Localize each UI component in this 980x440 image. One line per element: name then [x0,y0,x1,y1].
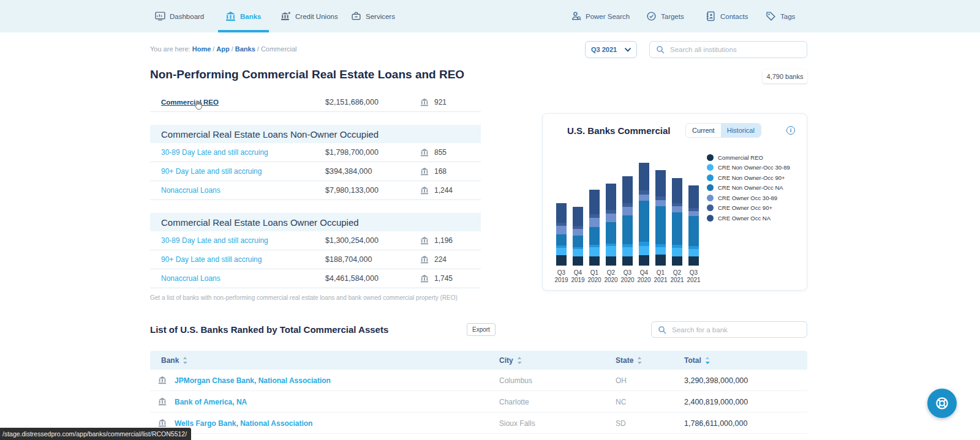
nav-item-credit-unions[interactable]: Credit Unions [281,0,338,32]
legend-item: CRE Non Owner-Occ 90+ [707,173,790,183]
bar-segment [589,218,600,227]
stacked-bar-q2-2020[interactable] [606,184,616,266]
metric-link[interactable]: 90+ Day Late and still accruing [161,167,262,176]
bar-segment [672,256,682,266]
bank-name-link[interactable]: JPMorgan Chase Bank, National Associatio… [175,370,331,391]
metric-amount: $394,384,000 [325,167,372,176]
bar-segment [556,203,567,223]
nav-item-dashboard[interactable]: Dashboard [155,0,204,32]
address-book-icon [706,11,716,21]
search-icon [656,45,665,54]
metric-amount: $1,300,254,000 [325,236,379,245]
metric-bank-count: 1,196 [420,236,453,245]
nav-item-label: Servicers [366,13,395,20]
legend-label: CRE Non Owner-Occ 30-89 [718,164,790,171]
nav-item-contacts[interactable]: Contacts [706,0,748,32]
stacked-bar-q4-2019[interactable] [573,207,583,266]
nav-item-banks[interactable]: Banks [225,0,262,32]
chevron-down-icon [625,48,631,52]
metric-link[interactable]: Nonaccrual Loans [161,186,221,195]
search-icon [658,326,666,334]
bank-state: OH [616,370,627,391]
metric-section-header: Commercial Real Estate Loans Owner Occup… [150,213,481,231]
bar-segment [688,211,699,216]
bank-icon [420,255,429,264]
legend-label: CRE Non Owner-Occ 90+ [718,174,785,181]
metrics-table: Commercial REO$2,151,686,000921Commercia… [150,93,481,288]
bar-segment [672,178,682,203]
stacked-bar-q4-2020[interactable] [639,163,649,266]
quarter-dropdown[interactable]: Q3 2021 [585,41,637,58]
nav-item-label: Dashboard [170,13,204,20]
metric-row: 90+ Day Late and still accruing$394,384,… [150,162,481,181]
bank-name-link[interactable]: Wells Fargo Bank, National Association [175,412,312,434]
column-header-state[interactable]: State [616,351,642,370]
stacked-bar-q1-2021[interactable] [655,170,666,266]
stacked-bar-q3-2021[interactable] [688,185,699,266]
metric-row: 30-89 Day Late and still accruing$1,798,… [150,143,481,162]
metric-section-header: Commercial Real Estate Loans Non-Owner O… [150,125,481,143]
column-header-label: Bank [161,356,179,365]
legend-label: CRE Owner Occ 90+ [718,204,772,211]
bar-segment [556,248,567,255]
bank-table-row: Wells Fargo Bank, National AssociationSi… [150,412,807,434]
bar-segment [672,248,682,256]
legend-color-dot [707,164,714,171]
bank-icon [420,98,429,106]
bank-name-link[interactable]: Bank of America, NA [175,391,247,412]
bar-segment [589,256,600,266]
x-axis-label: Q32021 [685,269,702,284]
bar-segment [639,195,649,201]
top-navigation-bar: DashboardBanksCredit UnionsServicersPowe… [0,0,980,32]
metric-link[interactable]: 30-89 Day Late and still accruing [161,148,268,157]
help-button[interactable] [927,389,957,418]
legend-color-dot [707,184,714,191]
stacked-bar-q2-2021[interactable] [672,178,682,266]
bar-segment [655,200,666,206]
metric-bank-count: 1,244 [420,186,453,195]
legend-color-dot [707,174,714,181]
bar-segment [655,247,666,255]
bar-segment [688,185,699,208]
stacked-bar-q3-2020[interactable] [622,176,633,266]
column-header-label: City [499,356,513,365]
nav-item-tags[interactable]: Tags [766,0,795,32]
sort-icon [705,357,710,364]
metric-link[interactable]: Commercial REO [161,99,219,106]
stacked-bar-q3-2019[interactable] [556,203,567,266]
legend-item: Commercial REO [707,152,790,163]
metric-link[interactable]: Nonaccrual Loans [161,274,221,283]
bank-icon [420,148,429,157]
x-axis-label: Q32019 [553,269,570,284]
person-search-icon [571,11,581,21]
metric-link[interactable]: 30-89 Day Late and still accruing [161,236,268,245]
bar-segment [639,201,649,242]
sort-icon [517,357,522,364]
column-header-total[interactable]: Total [684,351,710,370]
breadcrumb-link-home[interactable]: Home [192,45,211,53]
metric-bank-count: 168 [420,167,447,176]
metric-amount: $4,461,584,000 [325,274,379,283]
metric-link[interactable]: 90+ Day Late and still accruing [161,255,262,264]
nav-item-power-search[interactable]: Power Search [571,0,630,32]
stacked-bar-q1-2020[interactable] [589,190,600,266]
breadcrumb-link-app[interactable]: App [216,45,229,53]
dashboard-icon [155,11,165,21]
metric-row: Nonaccrual Loans$4,461,584,0001,745 [150,269,481,288]
search-institutions-input[interactable]: Search all institutions [649,41,807,58]
bar-segment [688,216,699,246]
search-bank-input[interactable]: Search for a bank [651,321,807,338]
metric-bank-count: 224 [420,255,447,264]
column-header-city[interactable]: City [499,351,522,370]
breadcrumb-link-banks[interactable]: Banks [235,45,255,53]
column-header-bank[interactable]: Bank [161,351,187,370]
sort-icon [183,357,187,364]
legend-item: CRE Owner Occ 90+ [707,203,790,214]
bank-total: 2,400,819,000,000 [684,391,748,412]
bar-segment [622,203,633,207]
bank-table: BankCityStateTotal JPMorgan Chase Bank, … [150,351,807,434]
column-header-label: Total [684,356,701,365]
nav-item-targets[interactable]: Targets [646,0,684,32]
export-button[interactable]: Export [467,323,496,336]
nav-item-servicers[interactable]: Servicers [351,0,395,32]
